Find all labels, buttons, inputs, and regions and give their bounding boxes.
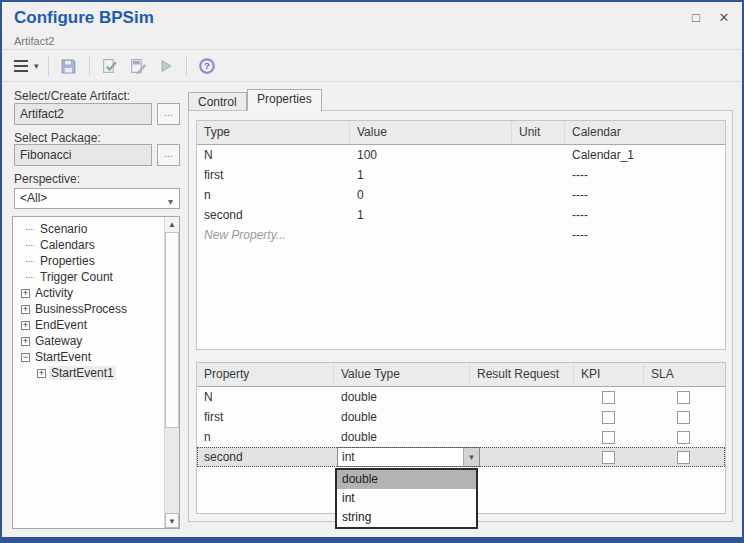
kpi-checkbox[interactable] bbox=[602, 431, 615, 444]
column-header-value[interactable]: Value bbox=[350, 121, 512, 144]
chevron-down-icon: ▾ bbox=[168, 192, 173, 211]
tree-item-properties[interactable]: Properties bbox=[13, 253, 163, 269]
maximize-icon[interactable]: □ bbox=[688, 10, 704, 26]
play-icon bbox=[158, 58, 174, 74]
toolbar: ▾ XML bbox=[10, 51, 218, 81]
tree-item-activity[interactable]: +Activity bbox=[13, 285, 163, 301]
column-header-property[interactable]: Property bbox=[197, 363, 334, 386]
tree-item-calendars[interactable]: Calendars bbox=[13, 237, 163, 253]
artifact-field[interactable]: Artifact2 bbox=[14, 103, 152, 125]
toolbar-separator bbox=[186, 56, 187, 76]
menu-caret-icon[interactable]: ▾ bbox=[34, 61, 39, 71]
svg-text:XML: XML bbox=[132, 61, 140, 65]
tree-item-startevent[interactable]: −StartEvent bbox=[13, 349, 163, 365]
properties-tab-panel: Type Value Unit Calendar N 100 Calendar_… bbox=[188, 110, 733, 522]
expand-icon[interactable]: + bbox=[21, 305, 30, 314]
save-button[interactable] bbox=[58, 55, 80, 77]
dropdown-option-string[interactable]: string bbox=[337, 508, 476, 527]
combo-dropdown-icon[interactable]: ▾ bbox=[463, 448, 479, 466]
table-row[interactable]: first double bbox=[197, 407, 725, 427]
scrollbar-thumb[interactable] bbox=[165, 232, 179, 428]
svg-text:?: ? bbox=[204, 60, 210, 71]
bpsim-tree: Scenario Calendars Properties Trigger Co… bbox=[12, 216, 180, 529]
tree-item-gateway[interactable]: +Gateway bbox=[13, 333, 163, 349]
sla-checkbox[interactable] bbox=[677, 451, 690, 464]
scroll-up-icon[interactable]: ▲ bbox=[165, 217, 179, 232]
window-title: Configure BPSim bbox=[14, 8, 154, 28]
scroll-down-icon[interactable]: ▼ bbox=[165, 513, 179, 528]
column-header-kpi[interactable]: KPI bbox=[574, 363, 644, 386]
table-row[interactable]: second 1 ---- bbox=[197, 205, 725, 225]
run-button[interactable] bbox=[155, 55, 177, 77]
new-property-row[interactable]: New Property... ---- bbox=[197, 225, 725, 245]
validate-button[interactable] bbox=[99, 55, 121, 77]
table-row[interactable]: first 1 ---- bbox=[197, 165, 725, 185]
artifact-browse-button[interactable]: ... bbox=[157, 103, 180, 125]
tree-scrollbar[interactable]: ▲ ▼ bbox=[164, 217, 179, 528]
perspective-select[interactable]: <All> ▾ bbox=[14, 188, 180, 209]
collapse-icon[interactable]: − bbox=[21, 353, 30, 362]
divider bbox=[2, 49, 742, 50]
table-row[interactable]: n 0 ---- bbox=[197, 185, 725, 205]
tree-item-scenario[interactable]: Scenario bbox=[13, 221, 163, 237]
property-values-table: Type Value Unit Calendar N 100 Calendar_… bbox=[196, 120, 726, 350]
column-header-calendar[interactable]: Calendar bbox=[565, 121, 725, 144]
dropdown-option-double[interactable]: double bbox=[337, 470, 476, 489]
dropdown-option-int[interactable]: int bbox=[337, 489, 476, 508]
tree-item-endevent[interactable]: +EndEvent bbox=[13, 317, 163, 333]
tree-item-startevent1[interactable]: +StartEvent1 bbox=[13, 365, 163, 381]
column-header-type[interactable]: Type bbox=[197, 121, 350, 144]
perspective-value: <All> bbox=[20, 191, 47, 205]
table-header: Property Value Type Result Request KPI S… bbox=[197, 363, 725, 387]
value-type-combobox[interactable]: int ▾ bbox=[337, 447, 480, 467]
validate-document-icon bbox=[101, 58, 118, 75]
window-controls: □ ✕ bbox=[688, 10, 732, 26]
table-row[interactable]: n double bbox=[197, 427, 725, 447]
kpi-checkbox[interactable] bbox=[602, 391, 615, 404]
column-header-value-type[interactable]: Value Type bbox=[334, 363, 470, 386]
menu-button[interactable] bbox=[10, 55, 32, 77]
table-row-selected[interactable]: second int ▾ bbox=[197, 447, 725, 467]
column-header-unit[interactable]: Unit bbox=[512, 121, 565, 144]
expand-icon[interactable]: + bbox=[21, 289, 30, 298]
perspective-label: Perspective: bbox=[14, 172, 80, 186]
tab-properties[interactable]: Properties bbox=[247, 89, 322, 111]
sla-checkbox[interactable] bbox=[677, 411, 690, 424]
package-browse-button[interactable]: ... bbox=[157, 144, 180, 166]
artifact-label: Select/Create Artifact: bbox=[14, 89, 130, 103]
expand-icon[interactable]: + bbox=[21, 321, 30, 330]
column-header-sla[interactable]: SLA bbox=[644, 363, 725, 386]
help-icon: ? bbox=[198, 57, 216, 75]
package-field[interactable]: Fibonacci bbox=[14, 144, 152, 166]
close-icon[interactable]: ✕ bbox=[716, 10, 732, 26]
column-header-result-request[interactable]: Result Request bbox=[470, 363, 574, 386]
edit-xml-button[interactable]: XML bbox=[127, 55, 149, 77]
table-row[interactable]: N 100 Calendar_1 bbox=[197, 145, 725, 165]
sla-checkbox[interactable] bbox=[677, 431, 690, 444]
toolbar-separator bbox=[48, 56, 49, 76]
expand-icon[interactable]: + bbox=[37, 369, 46, 378]
kpi-checkbox[interactable] bbox=[602, 451, 615, 464]
tab-control[interactable]: Control bbox=[188, 92, 247, 111]
help-button[interactable]: ? bbox=[196, 55, 218, 77]
table-row[interactable]: N double bbox=[197, 387, 725, 407]
dialog-subtitle: Artifact2 bbox=[14, 35, 54, 47]
xml-document-icon: XML bbox=[129, 58, 147, 75]
tree-item-trigger-count[interactable]: Trigger Count bbox=[13, 269, 163, 285]
table-header: Type Value Unit Calendar bbox=[197, 121, 725, 145]
package-label: Select Package: bbox=[14, 131, 101, 145]
tree-item-businessprocess[interactable]: +BusinessProcess bbox=[13, 301, 163, 317]
save-icon bbox=[60, 58, 77, 75]
sla-checkbox[interactable] bbox=[677, 391, 690, 404]
value-type-dropdown-list: double int string bbox=[335, 468, 478, 529]
toolbar-separator bbox=[89, 56, 90, 76]
kpi-checkbox[interactable] bbox=[602, 411, 615, 424]
configure-bpsim-dialog: Configure BPSim □ ✕ Artifact2 ▾ bbox=[0, 0, 744, 543]
divider bbox=[2, 81, 742, 82]
expand-icon[interactable]: + bbox=[21, 337, 30, 346]
hamburger-icon bbox=[14, 65, 28, 67]
